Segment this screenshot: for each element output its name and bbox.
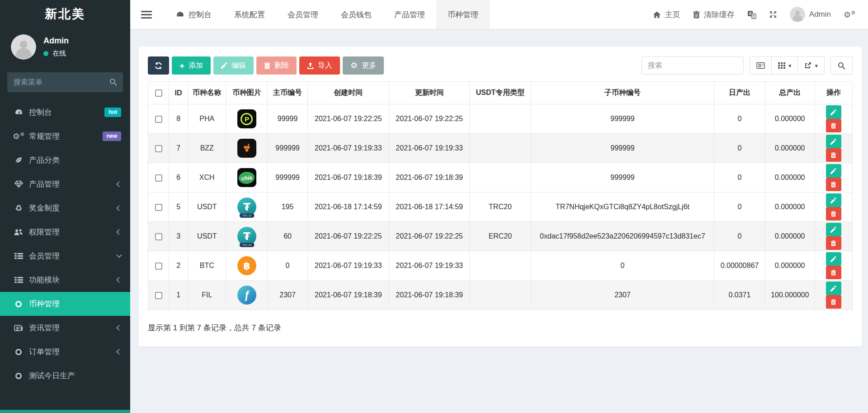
cell-checkbox [148, 222, 169, 251]
fullscreen-button[interactable] [769, 10, 777, 19]
row-checkbox[interactable] [155, 204, 162, 211]
row-edit-button[interactable] [826, 105, 841, 119]
xch-coin-icon: chia [237, 168, 256, 187]
row-checkbox[interactable] [155, 233, 162, 240]
row-edit-button[interactable] [826, 135, 841, 148]
sidebar-item-general[interactable]: ⚙⚙常规管理new [0, 124, 130, 148]
search-icon[interactable] [109, 78, 117, 88]
sidebar-item-coins[interactable]: 币种管理 [0, 292, 130, 316]
row-edit-button[interactable] [826, 193, 841, 207]
table-row: 6XCHchia9999992021-06-07 19:18:392021-06… [148, 163, 853, 192]
top-navbar: 控制台系统配置会员管理会员钱包产品管理币种管理 主页 清除缓存 [130, 0, 868, 29]
sidebar-item-permissions[interactable]: 权限管理 [0, 220, 130, 244]
row-delete-button[interactable] [826, 148, 841, 162]
add-button[interactable]: + 添加 [172, 56, 211, 75]
caret-down-icon: ▾ [788, 63, 792, 69]
list-icon [13, 277, 24, 283]
cell-updated: 2021-06-07 19:22:25 [389, 222, 469, 251]
sidebar-item-test-today[interactable]: 测试今日生产 [0, 364, 130, 388]
row-checkbox[interactable] [155, 263, 162, 270]
sidebar-item-dashboard[interactable]: 控制台hot [0, 100, 130, 124]
table-search-input[interactable] [642, 56, 744, 75]
refresh-button[interactable] [148, 56, 169, 75]
sidebar-item-members[interactable]: 会员管理 [0, 244, 130, 268]
nav-tab-label: 产品管理 [394, 9, 425, 20]
navbar-right: 主页 清除缓存 Admin ⚙⚙ [653, 0, 868, 29]
nav-tab-products[interactable]: 产品管理 [383, 0, 436, 29]
cell-actions [815, 251, 852, 281]
detail-view-button[interactable] [750, 56, 772, 75]
row-edit-button[interactable] [826, 164, 841, 178]
clear-cache-link[interactable]: 清除缓存 [693, 9, 735, 20]
nav-tab-coins[interactable]: 币种管理 [436, 0, 490, 29]
delete-button[interactable]: 删除 [256, 56, 297, 75]
sidebar-search-input[interactable] [7, 72, 123, 92]
delete-label: 删除 [274, 61, 289, 70]
nav-tab-members[interactable]: 会员管理 [276, 0, 330, 29]
cell-main-no: 999999 [268, 163, 307, 192]
cell-coin-name: FIL [188, 281, 226, 310]
columns-dropdown-button[interactable]: ▾ [771, 56, 798, 75]
nav-tab-wallets[interactable]: 会员钱包 [330, 0, 383, 29]
row-delete-button[interactable] [826, 178, 841, 191]
nav-tab-dashboard[interactable]: 控制台 [165, 0, 223, 29]
chevron-left-icon [116, 181, 122, 187]
select-all-checkbox[interactable] [155, 89, 162, 97]
row-delete-button[interactable] [826, 119, 841, 132]
toolbar-buttons: + 添加 编辑 删除 导入 [148, 56, 384, 75]
row-edit-button[interactable] [826, 252, 841, 266]
search-icon [838, 62, 845, 70]
sidebar-item-product-category[interactable]: 产品分类 [0, 148, 130, 172]
row-delete-button[interactable] [826, 207, 841, 221]
more-button[interactable]: ⚙ 更多 [343, 56, 384, 75]
badge-hot: hot [104, 108, 121, 117]
cell-checkbox [148, 104, 169, 134]
hamburger-icon[interactable] [141, 0, 152, 29]
cell-checkbox [148, 192, 169, 222]
row-checkbox[interactable] [155, 116, 162, 123]
export-icon [804, 62, 811, 69]
edit-button[interactable]: 编辑 [213, 56, 254, 75]
home-link[interactable]: 主页 [653, 9, 680, 20]
settings-cogs-button[interactable]: ⚙⚙ [844, 10, 855, 19]
row-delete-button[interactable] [826, 266, 841, 279]
brand-title: 新北美 [0, 0, 130, 28]
table-row: 7BZZ9999992021-06-07 19:19:332021-06-07 … [148, 134, 853, 163]
row-edit-button[interactable] [826, 282, 841, 295]
sidebar-item-news[interactable]: 资讯管理 [0, 316, 130, 340]
row-checkbox[interactable] [155, 145, 162, 152]
cell-total-output: 0.000000 [765, 163, 815, 192]
cell-usdt-type [470, 251, 531, 281]
cell-actions [815, 192, 852, 222]
column-header-7: 子币种编号 [531, 82, 714, 104]
cell-checkbox [148, 134, 169, 163]
cell-id: 6 [169, 163, 188, 192]
cell-id: 3 [169, 222, 188, 251]
cell-coin-image: P [226, 104, 268, 134]
navbar-user[interactable]: Admin [790, 7, 831, 22]
export-dropdown-button[interactable]: ▾ [797, 56, 825, 75]
row-checkbox[interactable] [155, 174, 162, 182]
nav-tab-system-config[interactable]: 系统配置 [223, 0, 276, 29]
pencil-icon [830, 139, 836, 145]
row-edit-button[interactable] [826, 223, 841, 236]
sidebar-item-label: 常规管理 [29, 131, 60, 141]
sidebar-item-orders[interactable]: 订单管理 [0, 340, 130, 364]
import-button[interactable]: 导入 [299, 56, 340, 75]
sidebar-item-bonus-system[interactable]: ♻奖金制度 [0, 196, 130, 220]
pencil-icon [830, 197, 836, 203]
search-button[interactable] [830, 56, 853, 75]
row-delete-button[interactable] [826, 236, 841, 250]
sidebar-item-product-manage[interactable]: 产品管理 [0, 172, 130, 196]
row-checkbox[interactable] [155, 292, 162, 299]
pencil-icon [830, 286, 836, 291]
trash-icon [830, 270, 836, 276]
bzz-coin-icon [237, 139, 256, 158]
translate-button[interactable] [747, 10, 756, 19]
cell-updated: 2021-06-07 19:19:33 [389, 134, 469, 163]
sidebar-item-modules[interactable]: 功能模块 [0, 268, 130, 292]
row-delete-button[interactable] [826, 295, 841, 309]
nav-tab-label: 会员钱包 [341, 9, 372, 20]
cell-coin-name: XCH [188, 163, 226, 192]
content: + 添加 编辑 删除 导入 [130, 29, 868, 413]
